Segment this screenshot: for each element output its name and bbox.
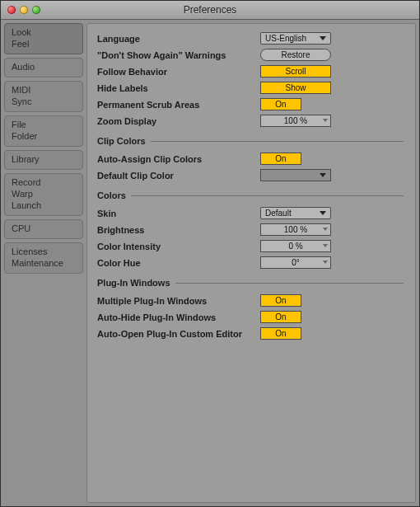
sidebar: Look Feel Audio MIDI Sync File Folder Li… — [4, 23, 83, 503]
close-icon[interactable] — [7, 6, 16, 14]
divider — [175, 283, 404, 284]
auto-hide-plugin-windows-label: Auto-Hide Plug-In Windows — [97, 312, 260, 322]
sidebar-item-label: MIDI — [12, 84, 76, 96]
sidebar-item-label: Warp — [12, 188, 76, 200]
preferences-window: Preferences Look Feel Audio MIDI Sync Fi… — [0, 0, 420, 507]
preferences-panel: Language US-English "Don't Show Again" W… — [86, 23, 416, 503]
sidebar-item-label: CPU — [12, 223, 76, 234]
sidebar-item-label: Library — [12, 153, 76, 165]
auto-open-plugin-editor-toggle[interactable]: On — [260, 327, 301, 340]
sidebar-item-label: Sync — [12, 96, 76, 107]
skin-value: Default — [265, 209, 292, 218]
language-select[interactable]: US-English — [260, 32, 331, 45]
section-label: Plug-In Windows — [97, 278, 175, 288]
section-label: Colors — [97, 190, 131, 200]
section-clip-colors: Clip Colors — [97, 136, 404, 146]
window-title: Preferences — [1, 4, 419, 16]
auto-open-plugin-editor-label: Auto-Open Plug-In Custom Editor — [97, 329, 260, 339]
sidebar-item-label: Feel — [12, 38, 76, 49]
titlebar: Preferences — [1, 1, 419, 20]
restore-warnings-button[interactable]: Restore — [260, 49, 331, 61]
sidebar-item-label: Maintenance — [12, 257, 76, 269]
sidebar-item-label: Look — [12, 26, 76, 38]
color-intensity-field[interactable]: 0 % — [260, 240, 331, 252]
sidebar-item-licenses-maintenance[interactable]: Licenses Maintenance — [4, 242, 83, 274]
section-colors: Colors — [97, 190, 404, 200]
auto-hide-plugin-windows-toggle[interactable]: On — [260, 311, 301, 323]
window-body: Look Feel Audio MIDI Sync File Folder Li… — [1, 20, 419, 506]
sidebar-item-cpu[interactable]: CPU — [4, 219, 83, 239]
sidebar-item-label: Launch — [12, 200, 76, 211]
auto-assign-clip-colors-toggle[interactable]: On — [260, 153, 301, 165]
sidebar-item-label: Audio — [12, 61, 76, 73]
skin-select[interactable]: Default — [260, 207, 331, 219]
hide-labels-label: Hide Labels — [97, 83, 260, 93]
color-intensity-label: Color Intensity — [97, 242, 260, 251]
default-clip-color-select[interactable] — [260, 169, 331, 181]
zoom-display-label: Zoom Display — [97, 116, 260, 126]
language-label: Language — [97, 34, 260, 44]
brightness-field[interactable]: 100 % — [260, 223, 331, 236]
section-label: Clip Colors — [97, 136, 151, 146]
window-controls — [1, 6, 40, 14]
hide-labels-toggle[interactable]: Show — [260, 82, 331, 94]
sidebar-item-label: Licenses — [12, 246, 76, 257]
sidebar-item-label: File — [12, 119, 76, 130]
zoom-icon[interactable] — [32, 6, 40, 14]
multiple-plugin-windows-toggle[interactable]: On — [260, 294, 301, 307]
auto-assign-clip-colors-label: Auto-Assign Clip Colors — [97, 154, 260, 164]
minimize-icon[interactable] — [20, 6, 28, 14]
sidebar-item-label: Record — [12, 176, 76, 188]
follow-behavior-label: Follow Behavior — [97, 67, 260, 77]
sidebar-item-file-folder[interactable]: File Folder — [4, 115, 83, 147]
skin-label: Skin — [97, 209, 260, 218]
sidebar-item-label: Folder — [12, 130, 76, 142]
language-value: US-English — [265, 34, 306, 43]
permanent-scrub-toggle[interactable]: On — [260, 98, 301, 110]
multiple-plugin-windows-label: Multiple Plug-In Windows — [97, 296, 260, 306]
brightness-label: Brightness — [97, 225, 260, 235]
sidebar-item-record-warp-launch[interactable]: Record Warp Launch — [4, 173, 83, 216]
color-hue-label: Color Hue — [97, 258, 260, 268]
permanent-scrub-label: Permanent Scrub Areas — [97, 100, 260, 110]
default-clip-color-label: Default Clip Color — [97, 171, 260, 181]
sidebar-item-audio[interactable]: Audio — [4, 58, 83, 77]
follow-behavior-toggle[interactable]: Scroll — [260, 65, 331, 77]
section-plugin-windows: Plug-In Windows — [97, 278, 404, 288]
warnings-label: "Don't Show Again" Warnings — [97, 50, 260, 60]
divider — [151, 141, 404, 142]
zoom-display-field[interactable]: 100 % — [260, 115, 331, 127]
sidebar-item-midi-sync[interactable]: MIDI Sync — [4, 81, 83, 112]
divider — [131, 195, 404, 196]
sidebar-item-look-feel[interactable]: Look Feel — [4, 23, 83, 54]
sidebar-item-library[interactable]: Library — [4, 150, 83, 170]
color-hue-field[interactable]: 0° — [260, 256, 331, 269]
